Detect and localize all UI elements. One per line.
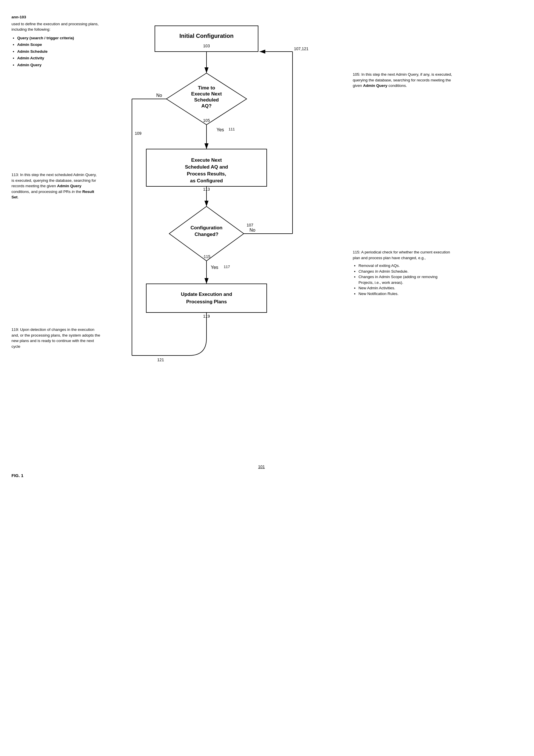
label-107-121: 107,121 <box>294 46 309 51</box>
ann-103-title: ann-103 <box>12 15 26 19</box>
diamond1-line1: Time to <box>198 85 215 91</box>
label-107-diamond: 107 <box>247 223 254 227</box>
diamond1-sublabel: 105 <box>203 118 210 123</box>
diamond1-line2: Execute Next <box>191 91 222 96</box>
exec-label3: Process Results, <box>187 171 226 176</box>
bullet-admin-activity: Admin Activity <box>17 55 103 61</box>
figure-label: FIG. 1 <box>12 473 23 478</box>
bullet-admin-scope: Admin Scope <box>17 42 103 48</box>
annotation-113: 113: In this step the next scheduled Adm… <box>12 172 100 200</box>
bullet-query: Query (search / trigger criteria) <box>17 35 103 41</box>
svg-rect-15 <box>146 284 267 312</box>
bullet-removal: Removal of exiting AQs. <box>358 263 453 269</box>
diamond2-line2: Changed? <box>194 232 218 237</box>
bullet-new-notifications: New Notification Rules. <box>358 291 453 297</box>
annotation-103: ann-103 used to define the execution and… <box>12 14 103 69</box>
bullet-changes-in: Changes In Admin Schedule. <box>358 269 453 274</box>
bullet-changes-scope: Changes in Admin Scope (adding or removi… <box>358 274 453 285</box>
flowchart-svg: Initial Configuration 103 Time to Execut… <box>103 12 347 427</box>
page: ann-103 used to define the execution and… <box>0 0 534 756</box>
diamond2-line1: Configuration <box>190 225 222 230</box>
bullet-new-activities: New Admin Activities. <box>358 285 453 291</box>
yes-label-2: Yes <box>211 265 218 270</box>
annotation-119: 119: Upon detection of changes in the ex… <box>12 327 100 349</box>
update-label2: Processing Plans <box>186 299 227 305</box>
bullet-admin-query: Admin Query <box>17 62 103 68</box>
label-109: 109 <box>135 131 142 136</box>
annotation-105: 105: In this step the next Admin Query, … <box>353 72 453 89</box>
yes-number-1: 111 <box>229 127 235 131</box>
exec-label1: Execute Next <box>191 157 222 163</box>
bullet-admin-schedule: Admin Schedule <box>17 49 103 54</box>
diamond1-line4: AQ? <box>201 103 211 109</box>
yes-number-2: 117 <box>224 265 230 269</box>
no-label-2: No <box>249 228 256 232</box>
initial-config-sublabel: 103 <box>203 43 210 48</box>
initial-config-label: Initial Configuration <box>180 33 234 39</box>
exec-label4: as Configured <box>190 178 223 183</box>
exec-label2: Scheduled AQ and <box>185 164 228 170</box>
yes-label-1: Yes <box>216 127 224 132</box>
annotation-115: 115: A periodical check for whether the … <box>353 249 453 297</box>
diamond2-sublabel: ·115 <box>203 254 210 259</box>
diamond1-line3: Scheduled <box>194 97 219 103</box>
page-number: 101 <box>258 465 265 469</box>
label-121: 121 <box>157 358 164 362</box>
no-label-1: No <box>156 93 162 98</box>
update-label1: Update Execution and <box>181 291 232 297</box>
